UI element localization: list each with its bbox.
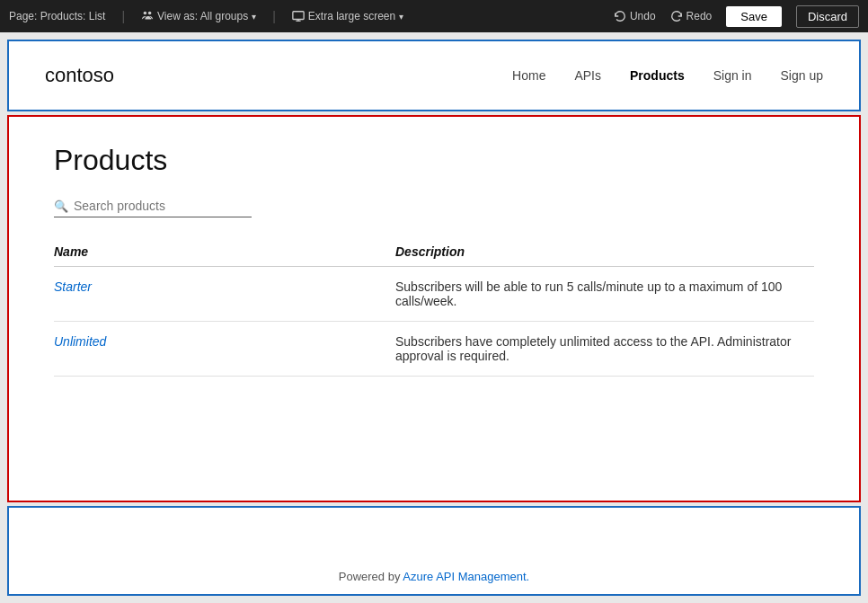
redo-button[interactable]: Redo bbox=[670, 10, 713, 22]
col-description-header: Description bbox=[395, 244, 814, 267]
product-link-unlimited[interactable]: Unlimited bbox=[54, 334, 106, 349]
nav-signin[interactable]: Sign in bbox=[713, 68, 752, 83]
page-title: Products bbox=[54, 144, 814, 177]
view-as-label: View as: All groups bbox=[157, 10, 248, 22]
nav-apis[interactable]: APIs bbox=[574, 68, 601, 83]
header-panel: contoso Home APIs Products Sign in Sign … bbox=[7, 40, 861, 111]
undo-icon bbox=[614, 10, 626, 22]
svg-rect-2 bbox=[293, 12, 304, 20]
table-row: Starter Subscribers will be able to run … bbox=[54, 267, 814, 322]
svg-point-1 bbox=[148, 12, 152, 15]
redo-label: Redo bbox=[686, 10, 713, 22]
group-icon bbox=[141, 10, 154, 22]
view-as-selector[interactable]: View as: All groups ▾ bbox=[141, 10, 256, 22]
table-row: Unlimited Subscribers have completely un… bbox=[54, 322, 814, 377]
search-icon: 🔍 bbox=[54, 200, 68, 213]
monitor-icon bbox=[292, 10, 305, 22]
product-link-starter[interactable]: Starter bbox=[54, 279, 92, 294]
main-nav: Home APIs Products Sign in Sign up bbox=[512, 68, 823, 83]
page-label: Page: Products: List bbox=[9, 10, 105, 22]
footer-prefix: Powered by bbox=[339, 570, 403, 583]
toolbar: Page: Products: List | View as: All grou… bbox=[0, 0, 868, 32]
product-desc-unlimited: Subscribers have completely unlimited ac… bbox=[395, 322, 814, 377]
toolbar-sep1: | bbox=[121, 9, 125, 23]
save-button[interactable]: Save bbox=[726, 6, 782, 27]
nav-home[interactable]: Home bbox=[512, 68, 545, 83]
undo-label: Undo bbox=[630, 10, 656, 22]
footer-text: Powered by Azure API Management. bbox=[339, 570, 529, 583]
discard-button[interactable]: Discard bbox=[796, 5, 859, 28]
product-name-starter: Starter bbox=[54, 267, 395, 322]
svg-point-0 bbox=[144, 12, 147, 15]
products-table: Name Description Starter Subscribers wil… bbox=[54, 244, 814, 377]
col-name-header: Name bbox=[54, 244, 395, 267]
content-panel: Products 🔍 Name Description Starter Subs… bbox=[7, 115, 861, 502]
search-input[interactable] bbox=[74, 199, 252, 213]
brand-logo: contoso bbox=[45, 64, 512, 87]
footer-panel: Powered by Azure API Management. bbox=[7, 506, 861, 596]
view-as-chevron: ▾ bbox=[252, 12, 256, 22]
footer-link[interactable]: Azure API Management. bbox=[403, 570, 529, 583]
nav-signup[interactable]: Sign up bbox=[781, 68, 823, 83]
main-layout: contoso Home APIs Products Sign in Sign … bbox=[0, 32, 868, 603]
toolbar-sep2: | bbox=[272, 9, 276, 23]
screen-size-selector[interactable]: Extra large screen ▾ bbox=[292, 10, 403, 22]
nav-products[interactable]: Products bbox=[630, 68, 685, 83]
undo-button[interactable]: Undo bbox=[614, 10, 656, 22]
screen-size-label: Extra large screen bbox=[308, 10, 395, 22]
redo-icon bbox=[670, 10, 683, 22]
screen-size-chevron: ▾ bbox=[399, 12, 403, 22]
product-desc-starter: Subscribers will be able to run 5 calls/… bbox=[395, 267, 814, 322]
search-wrapper: 🔍 bbox=[54, 199, 252, 217]
product-name-unlimited: Unlimited bbox=[54, 322, 395, 377]
